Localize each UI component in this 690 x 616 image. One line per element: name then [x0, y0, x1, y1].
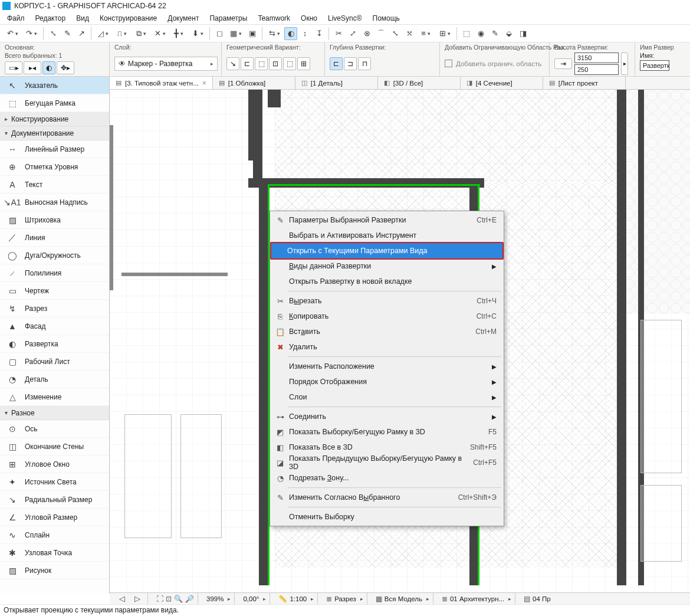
scale-value[interactable]: 1:100 — [290, 595, 307, 602]
distribute-icon[interactable]: ⊞▾ — [436, 27, 454, 40]
tool-угловое-окно[interactable]: ⊞Угловое Окно — [0, 456, 109, 473]
tool-рисунок[interactable]: ▨Рисунок — [0, 562, 109, 579]
bound-checkbox[interactable] — [445, 60, 452, 67]
ctx-item-7[interactable]: ⎘КопироватьCtrl+C — [271, 309, 502, 324]
tab-2[interactable]: ◫[1 Деталь] — [295, 77, 378, 89]
ctx-item-6[interactable]: ✂ВырезатьCtrl+Ч — [271, 293, 502, 309]
ctx-item-12[interactable]: Порядок Отображения▶ — [271, 374, 502, 389]
tool-marquee[interactable]: ⬚Бегущая Рамка — [0, 94, 109, 112]
eyedropper-icon[interactable]: ✎ — [61, 27, 74, 40]
menu-view[interactable]: Вид — [71, 13, 94, 24]
menu-teamwork[interactable]: Teamwork — [253, 13, 295, 24]
menu-help[interactable]: Помощь — [368, 13, 405, 24]
ctx-item-17[interactable]: ◧Показать Все в 3DShift+F5 — [271, 440, 502, 455]
ctx-item-18[interactable]: ◪Показать Предыдущую Выборку/Бегущую Рам… — [271, 455, 502, 470]
depth-opt-1[interactable]: ⊏ — [330, 57, 343, 70]
gravity-icon[interactable]: ⬇▾ — [189, 27, 206, 40]
name-input[interactable]: Развертк — [640, 60, 669, 71]
tool-дуга-окружность[interactable]: ◯Дуга/Окружность — [0, 247, 109, 264]
menu-options[interactable]: Параметры — [205, 13, 252, 24]
tool-деталь[interactable]: ◔Деталь — [0, 371, 109, 388]
cut-icon[interactable]: ✂ — [332, 27, 345, 40]
layer-combo[interactable]: 01 Архитектурн... — [450, 595, 504, 602]
zoom-out-icon[interactable]: 🔎 — [185, 595, 194, 603]
tool-узловая-точка[interactable]: ✱Узловая Точка — [0, 544, 109, 562]
geom-var-5[interactable]: ⬚ — [283, 57, 296, 70]
inject-icon[interactable]: ↗ — [75, 27, 88, 40]
cat-doc[interactable]: Документирование — [0, 126, 109, 140]
tool-окончание-стены[interactable]: ◫Окончание Стены — [0, 438, 109, 456]
height-icon-top[interactable]: ⇥ — [554, 58, 572, 69]
tool-полилиния[interactable]: ⟋Полилиния — [0, 264, 109, 282]
tool-линейный-размер[interactable]: ↔Линейный Размер — [0, 140, 109, 158]
tool-разрез[interactable]: ↯Разрез — [0, 300, 109, 317]
default-settings-button[interactable]: ▭▸ — [5, 61, 22, 74]
zoom-extents-icon[interactable]: ⛶ — [156, 595, 163, 603]
menu-design[interactable]: Конструирование — [95, 13, 162, 24]
adjust-icon[interactable]: ⤢ — [346, 27, 359, 40]
model-filter[interactable]: Вся Модель — [385, 595, 422, 602]
tab-0[interactable]: ▤[3. Типовой этаж четн...× — [110, 77, 213, 89]
tab-3[interactable]: ◧[3D / Все] — [378, 77, 461, 89]
snap-icon[interactable]: ✕▾ — [151, 27, 169, 40]
pick-icon[interactable]: ⤡ — [47, 27, 60, 40]
intersect-icon[interactable]: ⊗ — [360, 27, 373, 40]
align-icon[interactable]: ≡▾ — [417, 27, 435, 40]
split-icon[interactable]: ⤲ — [403, 27, 416, 40]
tool-чертеж[interactable]: ▭Чертеж — [0, 282, 109, 300]
ctx-item-13[interactable]: Слои▶ — [271, 389, 502, 405]
menu-livesync[interactable]: LiveSync® — [323, 13, 367, 24]
redo-button[interactable]: ↷▾ — [22, 27, 40, 40]
menu-window[interactable]: Окно — [296, 13, 322, 24]
angle-value[interactable]: 0,00° — [243, 595, 259, 602]
height-link[interactable]: ▸ — [621, 53, 628, 75]
cat-misc[interactable]: Разное — [0, 406, 109, 420]
ctx-item-9[interactable]: ✖Удалить — [271, 339, 502, 355]
geom-var-2[interactable]: ⊏ — [241, 57, 254, 70]
geom-var-1[interactable]: ↘ — [226, 57, 239, 70]
suspend-icon[interactable]: ◻ — [213, 27, 226, 40]
nav-back-icon[interactable]: ◁ — [116, 592, 129, 605]
zoom-value[interactable]: 399% — [206, 595, 224, 602]
ctx-item-2[interactable]: Открыть с Текущими Параметрами Вида — [270, 242, 504, 260]
ctx-item-4[interactable]: Открыть Развертку в новой вкладке — [271, 274, 502, 289]
tool-источник-света[interactable]: ✦Источник Света — [0, 473, 109, 491]
geom-var-3[interactable]: ⬚ — [255, 57, 268, 70]
elev-icon[interactable]: ↧ — [313, 27, 326, 40]
ctx-item-8[interactable]: 📋ВставитьCtrl+M — [271, 324, 502, 339]
height-bot-input[interactable]: 250 — [574, 64, 619, 75]
tab-4[interactable]: ◨[4 Сечение] — [461, 77, 543, 89]
tool-отметка-уровня[interactable]: ⊕Отметка Уровня — [0, 158, 109, 176]
geom-var-6[interactable]: ⊞ — [297, 57, 310, 70]
ruler-icon[interactable]: ◿▾ — [94, 27, 112, 40]
ctx-item-1[interactable]: Выбрать и Активировать Инструмент — [271, 228, 502, 243]
depth-opt-3[interactable]: ⊓ — [358, 57, 371, 70]
tool-выносная-надпись[interactable]: ↘A1Выносная Надпись — [0, 194, 109, 211]
section-mode[interactable]: Разрез — [334, 595, 356, 602]
tool-линия[interactable]: ／Линия — [0, 229, 109, 247]
ctx-item-23[interactable]: Отменить Выборку — [271, 509, 502, 525]
ctx-item-19[interactable]: ◔Подрезать Зону... — [271, 470, 502, 486]
sheet-value[interactable]: 04 Пр — [533, 595, 551, 602]
fillet-icon[interactable]: ⌒ — [374, 27, 387, 40]
ctx-item-16[interactable]: ◩Показать Выборку/Бегущую Рамку в 3DF5 — [271, 424, 502, 440]
tool-текст[interactable]: AТекст — [0, 176, 109, 194]
morph-icon[interactable]: ◉ — [474, 27, 487, 40]
menu-edit[interactable]: Редактор — [31, 13, 71, 24]
nav-fwd-icon[interactable]: ▷ — [131, 592, 144, 605]
lock-icon[interactable]: ▣ — [246, 27, 259, 40]
tool-сплайн[interactable]: ∿Сплайн — [0, 526, 109, 544]
edit-place-icon[interactable]: ✎ — [488, 27, 501, 40]
ie-tool-button[interactable]: ▸◂ — [24, 61, 41, 74]
tool-штриховка[interactable]: ▨Штриховка — [0, 211, 109, 229]
tab-1[interactable]: ▤[1 Обложка] — [213, 77, 295, 89]
group-icon[interactable]: ▦▾ — [227, 27, 245, 40]
zoom-in-icon[interactable]: 🔍 — [174, 595, 183, 603]
layer-dropdown[interactable]: 👁Маркер - Развертка ▸ — [114, 57, 218, 71]
ie-active-button[interactable]: ◐ — [42, 61, 55, 74]
guides-icon[interactable]: ⎍▾ — [113, 27, 131, 40]
subtract-icon[interactable]: ⬚ — [460, 27, 473, 40]
height-top-input[interactable]: 3150 — [574, 53, 619, 63]
geom-var-4[interactable]: ⊡ — [269, 57, 282, 70]
tool-фасад[interactable]: ▲Фасад — [0, 317, 109, 335]
